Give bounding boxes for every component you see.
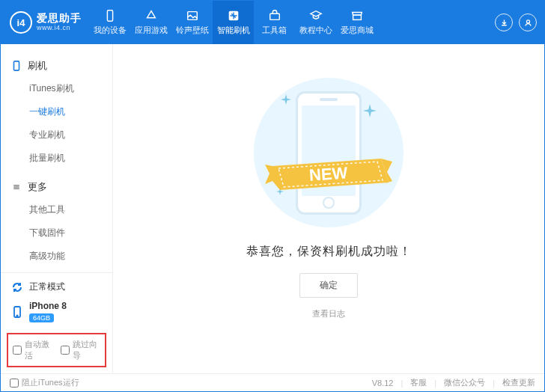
apps-icon (144, 9, 158, 22)
phone-icon (11, 61, 22, 71)
tab-label: 爱思商城 (341, 25, 374, 36)
svg-rect-5 (270, 13, 279, 19)
sidebar-more-header[interactable]: 更多 (1, 176, 112, 198)
divider: | (401, 379, 403, 388)
app-body: 刷机 iTunes刷机 一键刷机 专业刷机 批量刷机 更多 其他工具 下载固件 (1, 44, 544, 373)
tab-smart-flash[interactable]: 智能刷机 (213, 1, 254, 44)
tab-label: 教程中心 (299, 25, 332, 36)
tab-label: 工具箱 (262, 25, 287, 36)
storage-badge: 64GB (29, 313, 54, 322)
user-button[interactable] (519, 13, 537, 31)
svg-rect-8 (14, 61, 19, 70)
sidebar-item-batch-flash[interactable]: 批量刷机 (1, 147, 112, 170)
sidebar-flash-header[interactable]: 刷机 (1, 55, 112, 77)
device-row[interactable]: iPhone 8 64GB (1, 298, 112, 328)
app-window: i4 爱思助手 www.i4.cn 我的设备 应用游戏 铃声壁纸 智能刷机 (0, 0, 545, 392)
new-ribbon: NEW (265, 151, 392, 203)
tab-toolbox[interactable]: 工具箱 (254, 1, 295, 44)
app-url: www.i4.cn (37, 25, 82, 32)
view-log-link[interactable]: 查看日志 (312, 308, 345, 319)
tab-label: 我的设备 (94, 25, 127, 36)
tab-store[interactable]: 爱思商城 (336, 1, 377, 44)
tab-my-device[interactable]: 我的设备 (89, 1, 130, 44)
download-button[interactable] (495, 13, 513, 31)
tutorial-icon (309, 9, 323, 22)
app-name: 爱思助手 (37, 13, 82, 24)
main-content: NEW 恭喜您，保资料刷机成功啦！ 确定 查看日志 (113, 44, 544, 373)
header-tabs: 我的设备 应用游戏 铃声壁纸 智能刷机 工具箱 教程中心 (89, 1, 495, 44)
logo-icon: i4 (10, 11, 32, 34)
sidebar-header-label: 刷机 (28, 59, 47, 73)
tab-label: 铃声壁纸 (176, 25, 209, 36)
sparkle-icon (363, 104, 377, 120)
service-link[interactable]: 客服 (410, 377, 427, 388)
svg-rect-6 (353, 15, 361, 19)
sidebar-header-label: 更多 (28, 180, 47, 194)
tab-label: 智能刷机 (217, 25, 250, 36)
skip-guide-checkbox[interactable]: 跳过向导 (61, 339, 101, 361)
block-itunes-checkbox[interactable]: 阻止iTunes运行 (10, 377, 79, 388)
flash-icon (227, 9, 240, 22)
sidebar-item-pro-flash[interactable]: 专业刷机 (1, 123, 112, 147)
wechat-link[interactable]: 微信公众号 (444, 377, 485, 388)
header-right (495, 1, 544, 44)
svg-rect-1 (107, 10, 112, 21)
device-name: iPhone 8 (29, 301, 67, 311)
sparkle-icon (281, 94, 291, 107)
sidebar-item-oneclick-flash[interactable]: 一键刷机 (1, 100, 112, 123)
tab-apps[interactable]: 应用游戏 (130, 1, 171, 44)
svg-point-7 (526, 19, 529, 22)
sidebar-bottom: 正常模式 iPhone 8 64GB 自动激活 (1, 272, 112, 373)
version-label: V8.12 (372, 379, 394, 388)
divider: | (493, 379, 495, 388)
success-illustration: NEW (254, 78, 404, 227)
svg-point-10 (16, 315, 17, 316)
wallpaper-icon (186, 9, 199, 22)
store-icon (350, 9, 364, 22)
app-logo: i4 爱思助手 www.i4.cn (1, 1, 89, 44)
sidebar-item-firmware[interactable]: 下载固件 (1, 221, 112, 245)
sidebar-item-itunes-flash[interactable]: iTunes刷机 (1, 77, 112, 100)
device-mode[interactable]: 正常模式 (1, 273, 112, 298)
tab-label: 应用游戏 (135, 25, 168, 36)
toolbox-icon (268, 9, 281, 22)
ok-button[interactable]: 确定 (299, 273, 358, 298)
footer-bar: 阻止iTunes运行 V8.12 | 客服 | 微信公众号 | 检查更新 (1, 373, 544, 391)
refresh-icon (11, 281, 23, 293)
svg-text:NEW: NEW (308, 163, 348, 185)
options-highlight-box: 自动激活 跳过向导 (7, 333, 106, 367)
sidebar-item-advanced[interactable]: 高级功能 (1, 245, 112, 268)
tab-ringtones[interactable]: 铃声壁纸 (171, 1, 213, 44)
sidebar: 刷机 iTunes刷机 一键刷机 专业刷机 批量刷机 更多 其他工具 下载固件 (1, 44, 113, 373)
auto-activate-checkbox[interactable]: 自动激活 (13, 339, 53, 361)
tab-tutorials[interactable]: 教程中心 (295, 1, 336, 44)
checkbox-label: 跳过向导 (73, 339, 101, 361)
more-icon (11, 182, 22, 192)
divider: | (434, 379, 436, 388)
device-icon (103, 9, 117, 22)
app-header: i4 爱思助手 www.i4.cn 我的设备 应用游戏 铃声壁纸 智能刷机 (1, 1, 544, 44)
mode-label: 正常模式 (29, 281, 65, 293)
checkbox-label: 阻止iTunes运行 (22, 377, 79, 388)
success-message: 恭喜您，保资料刷机成功啦！ (246, 244, 412, 260)
sidebar-item-other-tools[interactable]: 其他工具 (1, 198, 112, 221)
phone-icon (11, 306, 23, 318)
update-link[interactable]: 检查更新 (502, 377, 535, 388)
checkbox-label: 自动激活 (25, 339, 53, 361)
